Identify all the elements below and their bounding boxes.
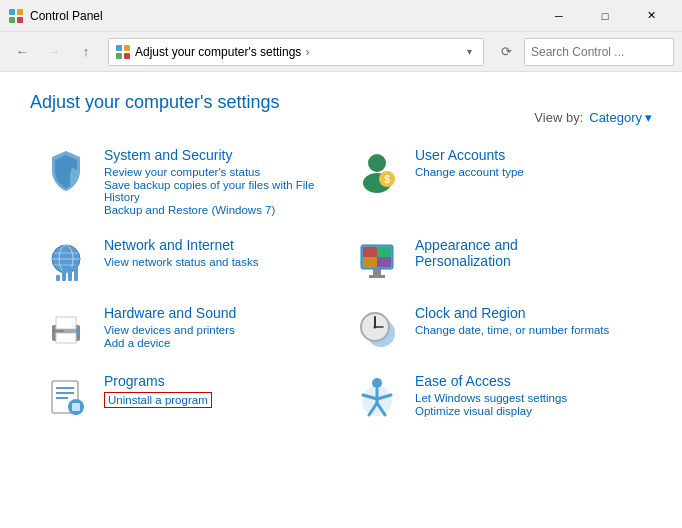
categories-grid: System and Security Review your computer… — [30, 137, 652, 431]
hardware-sound-text: Hardware and Sound View devices and prin… — [104, 305, 329, 350]
svg-rect-3 — [17, 17, 23, 23]
close-button[interactable]: ✕ — [628, 0, 674, 32]
category-appearance: Appearance andPersonalization — [341, 227, 652, 295]
system-security-text: System and Security Review your computer… — [104, 147, 329, 217]
system-security-icon — [42, 147, 90, 195]
system-security-link-3[interactable]: Backup and Restore (Windows 7) — [104, 204, 329, 216]
svg-point-8 — [368, 154, 386, 172]
address-separator: › — [305, 45, 309, 59]
programs-icon — [42, 373, 90, 421]
hardware-sound-title[interactable]: Hardware and Sound — [104, 305, 329, 321]
system-security-link-1[interactable]: Review your computer's status — [104, 166, 329, 178]
search-input[interactable] — [531, 45, 681, 59]
clock-region-icon — [353, 305, 401, 353]
svg-rect-4 — [116, 45, 122, 51]
user-accounts-icon: $ — [353, 147, 401, 195]
svg-rect-28 — [369, 275, 385, 278]
svg-point-33 — [76, 329, 80, 333]
address-dropdown-button[interactable]: ▾ — [461, 38, 477, 66]
main-content: View by: Category ▾ Adjust your computer… — [0, 72, 682, 528]
category-programs: Programs Uninstall a program — [30, 363, 341, 431]
hardware-sound-link-1[interactable]: View devices and printers — [104, 324, 329, 336]
category-user-accounts: $ User Accounts Change account type — [341, 137, 652, 227]
svg-rect-19 — [68, 267, 72, 281]
svg-rect-7 — [124, 53, 130, 59]
network-internet-icon — [42, 237, 90, 285]
clock-region-link-1[interactable]: Change date, time, or number formats — [415, 324, 640, 336]
title-bar-icon — [8, 8, 24, 24]
up-button[interactable]: ↑ — [72, 38, 100, 66]
programs-text: Programs Uninstall a program — [104, 373, 329, 409]
svg-rect-24 — [377, 247, 391, 257]
category-network-internet: Network and Internet View network status… — [30, 227, 341, 295]
clock-region-title[interactable]: Clock and Region — [415, 305, 640, 321]
title-bar: Control Panel ─ □ ✕ — [0, 0, 682, 32]
svg-text:$: $ — [384, 174, 390, 185]
back-button[interactable]: ← — [8, 38, 36, 66]
svg-rect-32 — [64, 329, 76, 333]
ease-access-link-2[interactable]: Optimize visual display — [415, 405, 640, 417]
appearance-icon — [353, 237, 401, 285]
view-by-value[interactable]: Category ▾ — [589, 110, 652, 125]
ease-access-text: Ease of Access Let Windows suggest setti… — [415, 373, 640, 418]
svg-rect-41 — [56, 392, 74, 394]
svg-rect-23 — [363, 247, 377, 257]
network-internet-text: Network and Internet View network status… — [104, 237, 329, 269]
category-ease-access: Ease of Access Let Windows suggest setti… — [341, 363, 652, 431]
address-path: Adjust your computer's settings — [135, 45, 301, 59]
svg-rect-20 — [74, 263, 78, 281]
svg-rect-25 — [363, 257, 377, 267]
svg-rect-26 — [377, 257, 391, 267]
view-by-container: View by: Category ▾ — [534, 110, 652, 125]
maximize-button[interactable]: □ — [582, 0, 628, 32]
svg-rect-31 — [56, 333, 76, 343]
hardware-sound-link-2[interactable]: Add a device — [104, 337, 329, 349]
svg-rect-30 — [56, 317, 76, 329]
ease-access-icon — [353, 373, 401, 421]
programs-title[interactable]: Programs — [104, 373, 329, 389]
svg-rect-1 — [17, 9, 23, 15]
svg-rect-6 — [116, 53, 122, 59]
hardware-sound-icon — [42, 305, 90, 353]
ease-access-link-1[interactable]: Let Windows suggest settings — [415, 392, 640, 404]
address-text: Adjust your computer's settings › — [135, 45, 457, 59]
svg-rect-2 — [9, 17, 15, 23]
svg-rect-27 — [373, 269, 381, 275]
search-bar[interactable]: 🔍 — [524, 38, 674, 66]
address-bar-icon — [115, 44, 131, 60]
system-security-link-2[interactable]: Save backup copies of your files with Fi… — [104, 179, 329, 203]
svg-rect-5 — [124, 45, 130, 51]
user-accounts-link-1[interactable]: Change account type — [415, 166, 640, 178]
svg-rect-17 — [56, 275, 60, 281]
svg-rect-18 — [62, 271, 66, 281]
clock-region-text: Clock and Region Change date, time, or n… — [415, 305, 640, 337]
system-security-title[interactable]: System and Security — [104, 147, 329, 163]
network-internet-link-1[interactable]: View network status and tasks — [104, 256, 329, 268]
appearance-text: Appearance andPersonalization — [415, 237, 640, 272]
forward-button[interactable]: → — [40, 38, 68, 66]
refresh-button[interactable]: ⟳ — [492, 38, 520, 66]
network-internet-title[interactable]: Network and Internet — [104, 237, 329, 253]
user-accounts-title[interactable]: User Accounts — [415, 147, 640, 163]
address-bar[interactable]: Adjust your computer's settings › ▾ — [108, 38, 484, 66]
svg-rect-44 — [72, 403, 80, 411]
category-hardware-sound: Hardware and Sound View devices and prin… — [30, 295, 341, 363]
ease-access-title[interactable]: Ease of Access — [415, 373, 640, 389]
svg-rect-0 — [9, 9, 15, 15]
svg-rect-40 — [56, 387, 74, 389]
nav-bar: ← → ↑ Adjust your computer's settings › … — [0, 32, 682, 72]
appearance-title[interactable]: Appearance andPersonalization — [415, 237, 640, 269]
minimize-button[interactable]: ─ — [536, 0, 582, 32]
programs-uninstall-link[interactable]: Uninstall a program — [104, 392, 212, 408]
category-system-security: System and Security Review your computer… — [30, 137, 341, 227]
user-accounts-text: User Accounts Change account type — [415, 147, 640, 179]
title-bar-title: Control Panel — [30, 9, 536, 23]
svg-rect-42 — [56, 397, 68, 399]
view-by-label: View by: — [534, 110, 583, 125]
category-clock-region: Clock and Region Change date, time, or n… — [341, 295, 652, 363]
title-bar-controls: ─ □ ✕ — [536, 0, 674, 32]
